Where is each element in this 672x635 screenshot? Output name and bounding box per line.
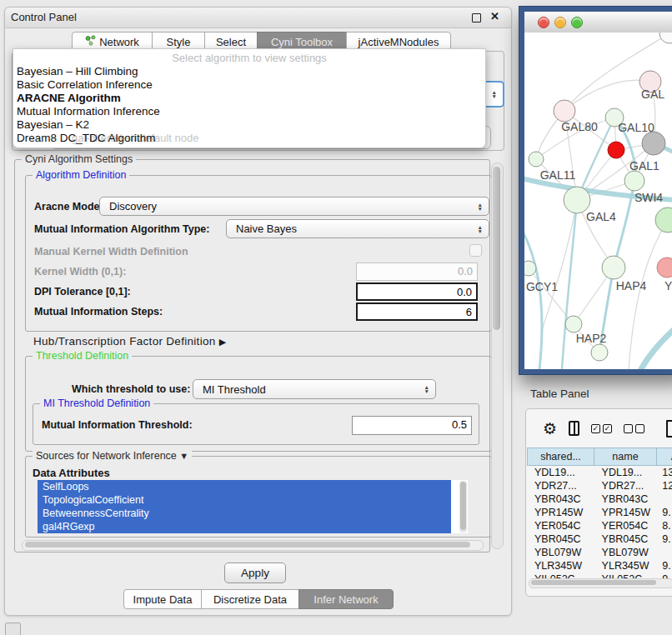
data-attributes-label: Data Attributes [33,467,110,479]
columns-icon[interactable] [569,421,579,436]
column-header[interactable]: A [656,448,672,466]
table-cell: YPR145W [528,506,595,519]
list-vertical-scrollbar[interactable] [459,481,467,532]
hub-definition-expander[interactable]: Hub/Transcription Factor Definition ▶ [33,335,226,348]
dropdown-item[interactable]: ARACNE Algorithm [17,92,482,105]
bottom-tab-infer-network[interactable]: Infer Network [298,589,394,609]
network-node-label: Y [664,279,672,292]
network-node[interactable] [608,142,624,158]
cyni-algorithm-settings-group: Cyni Algorithm Settings Algorithm Defini… [14,159,490,552]
mi-steps-field[interactable]: 6 [356,302,478,321]
attribute-list-item[interactable]: SelfLoops [38,480,451,493]
attribute-list-item[interactable]: gal4RGexp [38,520,451,533]
dropdown-item[interactable]: Bayesian – Hill Climbing [17,65,482,78]
kernel-width-field[interactable]: 0.0 [356,262,478,281]
table-row[interactable]: YDR27...YDR27...12 [528,479,672,492]
attribute-list-item[interactable]: TopologicalCoefficient [38,493,451,507]
network-window-titlebar[interactable] [524,12,672,33]
table-cell: 9. [658,506,672,519]
manual-kernel-checkbox[interactable] [469,244,482,257]
bottom-tab-discretize-data[interactable]: Discretize Data [201,589,299,609]
network-node[interactable] [657,258,672,278]
horizontal-scrollbar[interactable] [22,540,484,551]
group-title: Threshold Definition [33,350,132,362]
zoom-traffic-light-icon[interactable] [571,17,583,28]
dropdown-item[interactable]: Bayesian – K2 [17,118,482,132]
stepper-arrows-icon: ▲▼ [492,90,497,98]
control-panel-titlebar[interactable]: Control Panel ✕ [5,8,511,28]
minimize-traffic-light-icon[interactable] [554,17,566,28]
network-node[interactable] [591,344,608,361]
which-threshold-label: Which threshold to use: [72,383,190,395]
hide-columns-icon[interactable] [624,424,644,433]
network-edge [629,220,668,369]
dropdown-prompt: Select algorithm to view settings [13,52,485,64]
table-cell: 9. [658,559,672,572]
table-row[interactable]: YBL079WYBL079W [528,546,672,559]
network-node[interactable] [642,132,665,155]
dropdown-item[interactable]: Dream8 DC_TDC Algorithm [17,132,482,145]
table-row[interactable]: YBR045CYBR045C9. [528,532,672,546]
gear-icon[interactable]: ⚙ [543,421,557,437]
settings-vertical-scrollbar[interactable] [491,162,504,549]
scrollbar-thumb[interactable] [25,542,470,548]
panel-title: Control Panel [11,11,77,23]
table-cell: YBR045C [595,532,659,546]
table-row[interactable]: YER054CYER054C8. [528,519,672,532]
network-node[interactable] [524,261,536,276]
network-view-window[interactable]: GALGAL80GAL10GAL1GAL11SWI4GAL4GCY1HAP4YH… [519,7,672,374]
scrollbar-thumb[interactable] [493,167,500,330]
network-node[interactable] [655,208,672,232]
column-header[interactable]: name [594,448,657,466]
table-row[interactable]: YBR043CYBR043C [528,492,672,506]
apply-button[interactable]: Apply [224,562,286,583]
stepper-arrows-icon: ▲▼ [478,225,483,233]
close-traffic-light-icon[interactable] [538,17,549,28]
table-row[interactable]: YDL19...YDL19...13 [528,466,672,479]
network-node[interactable] [659,32,672,43]
network-node-label: GAL4 [586,210,616,223]
bottom-tabbar: Impute DataDiscretize DataInfer Network [123,589,394,609]
network-icon [85,35,96,48]
network-edge [564,80,650,111]
dropdown-item[interactable]: Basic Correlation Inference [17,78,482,92]
network-node-label: HAP4 [616,279,647,292]
close-icon[interactable]: ✕ [490,10,499,22]
dpi-tolerance-field[interactable]: 0.0 [356,282,478,301]
network-node[interactable] [554,100,575,122]
column-header[interactable]: shared... [527,448,594,466]
export-table-icon[interactable] [666,420,672,438]
table-cell: YBR043C [528,492,595,506]
network-node[interactable] [529,152,544,167]
aracne-mode-combobox[interactable]: Discovery ▲▼ [99,197,489,216]
table-horizontal-scrollbar[interactable] [529,578,672,588]
network-node[interactable] [565,316,582,332]
network-node-label: HAP2 [576,332,607,345]
kernel-width-label: Kernel Width (0,1): [34,266,126,278]
table-row[interactable]: YLR345WYLR345W9. [528,559,672,572]
minimized-panel-icon[interactable] [5,622,21,635]
network-edge [562,200,577,369]
expander-right-icon: ▶ [219,337,227,347]
which-threshold-combobox[interactable]: MI Threshold ▲▼ [193,379,436,399]
bottom-tab-impute-data[interactable]: Impute Data [123,589,202,609]
tab-label: Select [216,36,246,48]
network-canvas[interactable]: GALGAL80GAL10GAL1GAL11SWI4GAL4GCY1HAP4YH… [524,32,672,369]
combo-value: Discovery [109,200,157,212]
mi-threshold-field[interactable]: 0.5 [352,416,472,435]
table-row[interactable]: YPR145WYPR145W9. [528,506,672,519]
scrollbar-thumb[interactable] [460,482,466,530]
sources-title: Sources for Network Inference [36,450,177,462]
float-window-icon[interactable] [472,13,481,22]
sources-expander[interactable]: Sources for Network Inference ▼ [33,450,192,462]
attribute-list-item[interactable]: BetweennessCentrality [38,507,451,520]
data-attributes-list[interactable]: SelfLoopsTopologicalCoefficientBetweenne… [38,480,468,533]
network-node[interactable] [602,256,625,279]
scrollbar-thumb[interactable] [531,580,656,585]
network-node[interactable] [624,171,644,191]
show-checked-columns-icon[interactable]: ✓✓ [591,424,612,433]
mi-type-combobox[interactable]: Naive Bayes ▲▼ [226,219,489,238]
table-cell: YPR145W [595,506,659,519]
dropdown-item[interactable]: Mutual Information Inference [17,105,482,118]
network-edge [524,228,542,369]
